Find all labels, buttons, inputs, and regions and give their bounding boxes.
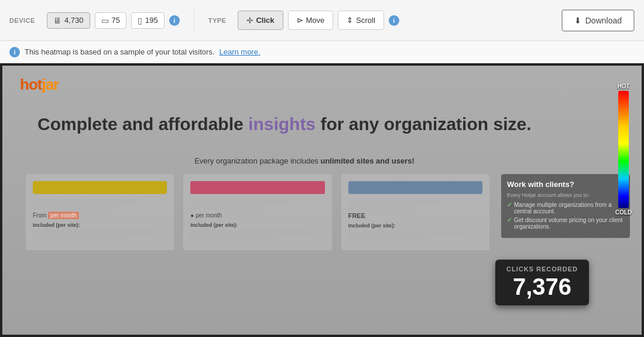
type-click-button[interactable]: ⊹ Click xyxy=(238,11,283,30)
headline-text1: Complete and affordable xyxy=(37,114,248,134)
subtext-normal: Every organization package includes xyxy=(194,156,320,165)
card-1-included: Included (per site): xyxy=(33,222,167,228)
card-1-line-3 xyxy=(33,230,153,234)
card-2-button xyxy=(190,181,324,194)
card-1-line-4 xyxy=(33,236,127,241)
headline-highlight: insights xyxy=(248,114,316,134)
card-2-line-4 xyxy=(190,236,278,241)
desktop-count: 4,730 xyxy=(64,16,84,25)
type-info-icon[interactable]: i xyxy=(389,15,399,26)
device-buttons: 🖥 4,730 ▭ 75 ▯ 195 i xyxy=(47,12,180,29)
work-clients-panel: Work with clients? Every Hotjar account … xyxy=(501,174,630,238)
legend-color-bar xyxy=(618,91,629,208)
mobile-count: 195 xyxy=(145,16,158,25)
download-icon: ⬇ xyxy=(574,16,581,25)
learn-more-link[interactable]: Learn more. xyxy=(219,47,260,56)
clicks-badge: CLICKS RECORDED 7,376 xyxy=(495,260,589,305)
card-3-button xyxy=(348,181,482,194)
mobile-icon: ▯ xyxy=(138,16,142,25)
info-bar-icon: i xyxy=(9,47,20,57)
work-panel-title: Work with clients? xyxy=(507,180,624,189)
card-2-included: Included (per site): xyxy=(190,222,324,228)
work-item-2: ✓ Get discount volume pricing on your cl… xyxy=(507,217,624,230)
pricing-card-2: ● per month Included (per site): xyxy=(183,174,331,250)
card-3-included: Included (per site): xyxy=(348,223,482,229)
subtext-bold: unlimited sites and users! xyxy=(320,156,414,165)
scroll-icon: ⇕ xyxy=(347,16,353,25)
type-scroll-button[interactable]: ⇕ Scroll xyxy=(338,11,384,30)
clicks-badge-label: CLICKS RECORDED xyxy=(505,265,580,273)
card-1-line-1 xyxy=(33,199,140,203)
toolbar-separator-1 xyxy=(194,9,194,32)
clicks-badge-number: 7,376 xyxy=(505,274,580,299)
device-tablet-button[interactable]: ▭ 75 xyxy=(95,12,126,29)
click-icon: ⊹ xyxy=(246,16,253,25)
checkmark-1: ✓ xyxy=(507,202,512,208)
card-3-free: FREE xyxy=(348,212,482,219)
type-buttons: ⊹ Click ⊳ Move ⇕ Scroll i xyxy=(238,11,399,30)
card-1-line-2 xyxy=(33,205,114,210)
desktop-icon: 🖥 xyxy=(53,16,61,25)
device-label: DEVICE xyxy=(9,17,35,24)
move-label: Move xyxy=(306,16,325,25)
work-item-1: ✓ Manage multiple organizations from a c… xyxy=(507,202,624,215)
legend-cold-label: COLD xyxy=(615,209,632,216)
info-bar: i This heatmap is based on a sample of y… xyxy=(0,41,644,63)
tablet-count: 75 xyxy=(112,16,120,25)
pricing-card-3: FREE Included (per site): xyxy=(341,174,489,250)
download-button[interactable]: ⬇ Download xyxy=(561,9,635,32)
card-2-line-3 xyxy=(190,230,311,234)
work-item-1-text: Manage multiple organizations from a cen… xyxy=(514,202,624,215)
card-3-line-3 xyxy=(348,230,469,235)
info-bar-text: This heatmap is based on a sample of you… xyxy=(25,47,214,56)
card-3-line-1 xyxy=(348,199,443,203)
device-info-icon[interactable]: i xyxy=(169,15,180,26)
hotjar-logo: hotjar xyxy=(20,76,59,94)
checkmark-2: ✓ xyxy=(507,217,512,223)
move-icon: ⊳ xyxy=(297,16,303,25)
card-2-line-1 xyxy=(190,199,291,203)
headline-text2: for any xyxy=(316,114,384,134)
heatmap-subtext: Every organization package includes unli… xyxy=(37,156,571,165)
device-desktop-button[interactable]: 🖥 4,730 xyxy=(47,12,90,29)
work-item-2-text: Get discount volume pricing on your clie… xyxy=(514,217,624,230)
headline-text4: size. xyxy=(488,114,531,134)
device-mobile-button[interactable]: ▯ 195 xyxy=(131,12,165,29)
card-1-button xyxy=(33,181,167,194)
heatmap-viewport: hotjar Complete and affordable insights … xyxy=(0,63,644,337)
headline-text3: organization xyxy=(384,114,488,134)
card-3-line-4 xyxy=(348,237,429,241)
type-label: TYPE xyxy=(208,17,227,24)
card-2-text: ● per month xyxy=(190,212,324,219)
heatmap-legend: HOT COLD xyxy=(615,83,632,216)
card-2-line-2 xyxy=(190,205,264,210)
type-move-button[interactable]: ⊳ Move xyxy=(288,11,334,30)
card-3-line-2 xyxy=(348,205,416,210)
download-label: Download xyxy=(585,16,622,25)
heatmap-headline: Complete and affordable insights for any… xyxy=(37,113,571,135)
scroll-label: Scroll xyxy=(356,16,375,25)
toolbar: DEVICE 🖥 4,730 ▭ 75 ▯ 195 i TYPE ⊹ Click… xyxy=(0,0,644,41)
tablet-icon: ▭ xyxy=(101,16,109,25)
card-1-text: From per month xyxy=(33,212,167,219)
heatmap-nav: hotjar xyxy=(20,72,624,97)
pricing-card-1: From per month Included (per site): xyxy=(26,174,174,250)
click-label: Click xyxy=(256,16,274,25)
legend-hot-label: HOT xyxy=(617,83,629,90)
pricing-cards: From per month Included (per site): ● pe… xyxy=(26,174,489,250)
